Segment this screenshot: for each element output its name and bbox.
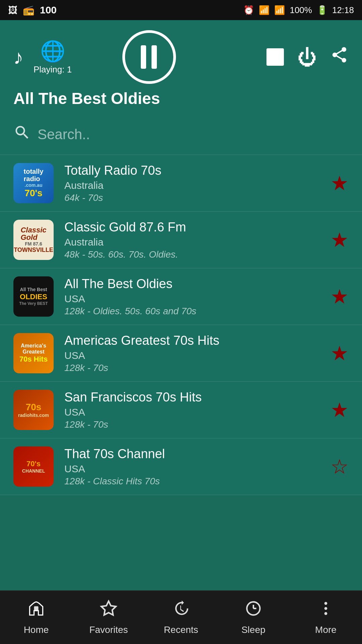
station-country: USA — [64, 463, 330, 475]
station-country: USA — [64, 293, 330, 305]
player-controls: ♪ 🌐 Playing: 1 ⏻ — [13, 30, 349, 84]
station-name: Classic Gold 87.6 Fm — [64, 220, 330, 234]
nav-label-sleep: Sleep — [241, 625, 265, 635]
svg-marker-1 — [101, 601, 116, 615]
recents-icon — [172, 600, 190, 621]
pause-bar-left — [141, 45, 146, 69]
clock-time: 12:18 — [332, 5, 354, 15]
favorite-star-button[interactable]: ★ — [330, 341, 349, 365]
power-button[interactable]: ⏻ — [297, 46, 317, 68]
station-item[interactable]: America'sGreatest 70s Hits Americas Grea… — [0, 325, 362, 382]
station-country: USA — [64, 407, 330, 418]
station-meta: 48k - 50s. 60s. 70s. Oldies. — [64, 249, 330, 260]
station-name: All The Best Oldies — [64, 277, 330, 291]
pause-bar-right — [152, 45, 157, 69]
status-number: 100 — [40, 4, 57, 16]
favorite-star-button[interactable]: ★ — [330, 171, 349, 195]
station-info: All The Best Oldies USA 128k - Oldies. 5… — [64, 277, 330, 317]
svg-rect-0 — [34, 606, 39, 610]
station-info: That 70s Channel USA 128k - Classic Hits… — [64, 447, 330, 487]
music-icon[interactable]: ♪ — [13, 46, 23, 69]
station-info: Classic Gold 87.6 Fm Australia 48k - 50s… — [64, 220, 330, 260]
svg-point-7 — [324, 612, 327, 615]
station-meta: 128k - 70s — [64, 419, 330, 430]
radio-icon: 📻 — [23, 5, 35, 16]
station-item[interactable]: All The Best OLDIES The Very BEST All Th… — [0, 268, 362, 325]
nav-label-favorites: Favorites — [89, 625, 128, 635]
svg-point-6 — [324, 607, 327, 610]
station-country: Australia — [64, 236, 330, 248]
status-bar: 🖼 📻 100 ⏰ 📶 📶 100% 🔋 12:18 — [0, 0, 362, 20]
home-icon — [27, 600, 45, 621]
svg-point-5 — [324, 602, 327, 605]
status-left: 🖼 📻 100 — [8, 4, 57, 16]
battery-icon: 🔋 — [317, 5, 327, 15]
station-meta: 128k - Oldies. 50s. 60s and 70s — [64, 306, 330, 317]
favorite-star-button[interactable]: ★ — [330, 398, 349, 422]
signal-icon: 📶 — [274, 5, 285, 15]
station-item[interactable]: ClassicGold FM 87.6 TOWNSVILLE Classic G… — [0, 212, 362, 268]
station-name: Americas Greatest 70s Hits — [64, 333, 330, 348]
battery-percent: 100% — [290, 5, 312, 15]
wifi-icon: 📶 — [259, 5, 269, 15]
alarm-icon: ⏰ — [243, 5, 254, 15]
station-list: totallyradio .com.au 70's Totally Radio … — [0, 155, 362, 495]
search-input[interactable] — [38, 126, 349, 143]
nav-item-sleep[interactable]: Sleep — [217, 600, 290, 635]
nav-item-more[interactable]: More — [290, 600, 362, 635]
nav-label-home: Home — [24, 625, 49, 635]
station-item[interactable]: totallyradio .com.au 70's Totally Radio … — [0, 155, 362, 212]
station-name: Totally Radio 70s — [64, 163, 330, 178]
image-icon: 🖼 — [8, 5, 17, 16]
pause-button[interactable] — [122, 30, 176, 84]
station-item[interactable]: 70s radiohits.com San Franciscos 70s Hit… — [0, 382, 362, 438]
station-logo-that70s: 70's CHANNEL — [13, 446, 54, 487]
nav-label-more: More — [315, 625, 337, 635]
station-logo-classicgold: ClassicGold FM 87.6 TOWNSVILLE — [13, 220, 54, 260]
station-name: That 70s Channel — [64, 447, 330, 461]
main-content: ♪ 🌐 Playing: 1 ⏻ — [0, 20, 362, 590]
status-right: ⏰ 📶 📶 100% 🔋 12:18 — [243, 5, 354, 15]
station-country: Australia — [64, 180, 330, 191]
bottom-nav: Home Favorites Recents Sleep — [0, 590, 362, 644]
nav-item-home[interactable]: Home — [0, 600, 72, 635]
station-logo-americas70: America'sGreatest 70s Hits — [13, 333, 54, 373]
nav-label-recents: Recents — [164, 625, 198, 635]
station-logo-sf70: 70s radiohits.com — [13, 390, 54, 430]
player-right: ⏻ — [266, 46, 349, 68]
globe-wrapper: 🌐 Playing: 1 — [34, 39, 72, 75]
station-name: San Franciscos 70s Hits — [64, 390, 330, 405]
station-country: USA — [64, 350, 330, 361]
globe-icon[interactable]: 🌐 — [40, 39, 65, 63]
station-info: Totally Radio 70s Australia 64k - 70s — [64, 163, 330, 203]
player-header: ♪ 🌐 Playing: 1 ⏻ — [0, 20, 362, 114]
more-icon — [317, 600, 335, 621]
sleep-icon — [245, 600, 262, 621]
now-playing-title: All The Best Oldies — [13, 89, 349, 108]
favorite-star-button[interactable]: ★ — [330, 228, 349, 252]
playing-label: Playing: 1 — [34, 64, 72, 75]
station-info: Americas Greatest 70s Hits USA 128k - 70… — [64, 333, 330, 373]
station-logo-totally70: totallyradio .com.au 70's — [13, 163, 54, 203]
station-meta: 64k - 70s — [64, 193, 330, 203]
favorites-icon — [100, 600, 117, 621]
favorite-star-button[interactable]: ★ — [330, 285, 349, 308]
favorite-star-button[interactable]: ☆ — [330, 455, 349, 478]
nav-item-favorites[interactable]: Favorites — [72, 600, 145, 635]
station-logo-bestoldies: All The Best OLDIES The Very BEST — [13, 276, 54, 317]
station-item[interactable]: 70's CHANNEL That 70s Channel USA 128k -… — [0, 438, 362, 495]
stop-button[interactable] — [266, 48, 284, 66]
pause-icon — [141, 45, 158, 69]
station-meta: 128k - 70s — [64, 363, 330, 373]
search-bar — [0, 114, 362, 155]
station-info: San Franciscos 70s Hits USA 128k - 70s — [64, 390, 330, 430]
station-meta: 128k - Classic Hits 70s — [64, 476, 330, 487]
share-button[interactable] — [330, 46, 349, 68]
player-left: ♪ 🌐 Playing: 1 — [13, 39, 72, 75]
search-icon — [13, 124, 31, 145]
nav-item-recents[interactable]: Recents — [145, 600, 217, 635]
